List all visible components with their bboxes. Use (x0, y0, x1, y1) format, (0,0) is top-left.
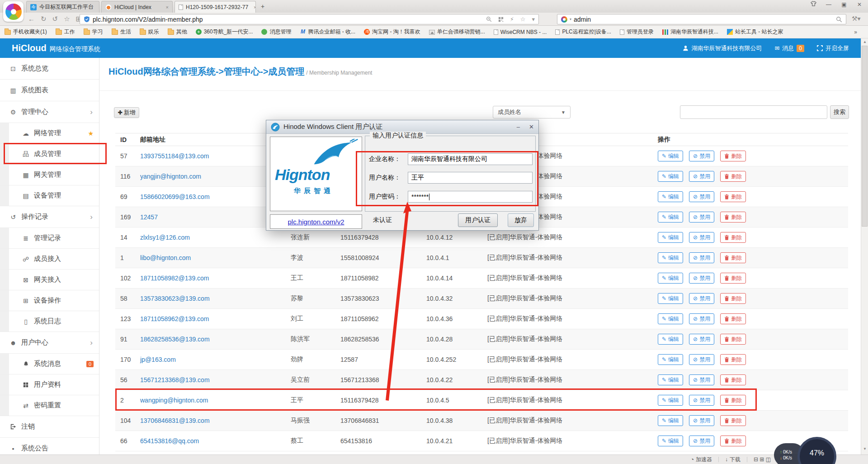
password-field[interactable]: ******* (408, 191, 533, 203)
statusbar-window-icons[interactable]: ⊟ ⊞ ◫ (754, 456, 771, 463)
delete-button[interactable]: 删除 (720, 395, 746, 406)
edit-button[interactable]: ✎编辑 (658, 313, 683, 324)
delete-button[interactable]: 删除 (720, 151, 746, 161)
edit-button[interactable]: ✎编辑 (658, 334, 683, 345)
bookmark-item[interactable]: 生活 (112, 28, 131, 36)
browser-logo[interactable] (3, 1, 24, 22)
email-link[interactable]: jp@163.com (140, 356, 176, 363)
email-link[interactable]: 13573830623@139.com (140, 295, 210, 302)
sidebar-item-system-logs[interactable]: ▯系统日志 (0, 311, 99, 332)
tab-close-icon[interactable]: × (96, 5, 99, 10)
disable-button[interactable]: ⊘禁用 (689, 354, 714, 365)
edit-button[interactable]: ✎编辑 (658, 415, 683, 426)
refresh-icon[interactable]: ↻ (41, 15, 47, 23)
bookmark-item[interactable]: 腾讯企业邮箱 - 收... (300, 28, 355, 36)
browser-tab-3[interactable]: H120-1509-1617-2932-77 × (175, 1, 256, 13)
disable-button[interactable]: ⊘禁用 (689, 395, 714, 406)
sidebar-item-user-profile[interactable]: 用户资料 (0, 374, 99, 395)
sidebar-item-system-messages[interactable]: 系统消息0 (0, 354, 99, 374)
delete-button[interactable]: 删除 (720, 252, 746, 263)
member-search-input[interactable] (680, 105, 827, 119)
sidebar-item-admin-records[interactable]: ≣管理记录 (0, 228, 99, 249)
delete-button[interactable]: 删除 (720, 191, 746, 202)
edit-button[interactable]: ✎编辑 (658, 252, 683, 263)
edit-button[interactable]: ✎编辑 (658, 273, 683, 284)
url-dropdown-icon[interactable]: ▾ (532, 16, 535, 23)
sidebar-item-admin-center[interactable]: ⚙管理中心› (0, 101, 99, 123)
sidebar-item-user-center[interactable]: ☻用户中心› (0, 332, 99, 354)
email-link[interactable]: 18711058962@139.com (140, 315, 209, 322)
edit-button[interactable]: ✎编辑 (658, 374, 683, 385)
delete-button[interactable]: 删除 (720, 415, 746, 426)
theme-skin-button[interactable] (807, 0, 819, 9)
dialog-minimize-button[interactable]: – (517, 123, 520, 130)
favorite-star-icon[interactable]: ☆ (64, 15, 70, 23)
sidebar-item-logout[interactable]: 注销 (0, 416, 99, 438)
bookmark-item[interactable]: 单仁合强移动营销... (429, 28, 485, 36)
bookmark-item[interactable]: 淘宝网 - 淘！我喜欢 (364, 28, 420, 36)
delete-button[interactable]: 删除 (720, 313, 746, 324)
sidebar-item-device-ops[interactable]: ⊞设备操作 (0, 290, 99, 311)
disable-button[interactable]: ⊘禁用 (689, 232, 714, 243)
sidebar-item-device-mgmt[interactable]: ▤设备管理 (0, 185, 99, 206)
portal-link[interactable]: plc.hignton.com/v2 (288, 218, 344, 226)
bookmark-item[interactable]: 其他 (168, 28, 187, 36)
header-messages[interactable]: ✉ 消息 0 (774, 44, 804, 52)
bookmark-item[interactable]: 站长工具 - 站长之家 (727, 28, 783, 36)
email-link[interactable]: 18711058982@139.com (140, 275, 209, 282)
disable-button[interactable]: ⊘禁用 (689, 252, 714, 263)
search-icon[interactable] (836, 16, 842, 23)
disable-button[interactable]: ⊘禁用 (689, 273, 714, 284)
bookmark-item[interactable]: 管理员登录 (620, 28, 654, 36)
new-tab-button[interactable]: + (259, 2, 267, 10)
sidebar-item-password-reset[interactable]: ⇄密码重置 (0, 395, 99, 416)
sidebar-item-network-mgmt[interactable]: ☁网络管理★ (0, 123, 99, 144)
disable-button[interactable]: ⊘禁用 (689, 293, 714, 304)
bookmark-item[interactable]: 360导航_新一代安... (196, 28, 253, 36)
edit-button[interactable]: ✎编辑 (658, 293, 683, 304)
browser-tab-1[interactable]: 今目标互联网工作平台 × (26, 1, 99, 13)
email-link[interactable]: 15866020699@163.com (140, 193, 210, 200)
lightning-icon[interactable]: ⚡ (510, 16, 514, 23)
browser-search-input[interactable] (574, 16, 834, 23)
scroll-down-icon[interactable]: ▼ (863, 447, 867, 451)
scrollbar-thumb[interactable] (862, 46, 868, 227)
sidebar-item-member-mgmt[interactable]: 品成员管理 (0, 144, 99, 165)
disable-button[interactable]: ⊘禁用 (689, 374, 714, 385)
edit-button[interactable]: ✎编辑 (658, 354, 683, 365)
email-link[interactable]: 654153816@qq.com (140, 437, 199, 445)
edit-button[interactable]: ✎编辑 (658, 436, 683, 446)
edit-button[interactable]: ✎编辑 (658, 171, 683, 182)
browser-search-box[interactable]: ▾ (557, 14, 846, 24)
delete-button[interactable]: 删除 (720, 212, 746, 223)
bookmarks-overflow-chevron[interactable]: » (854, 29, 863, 35)
sidebar-item-system-overview[interactable]: ⊡系统总览 (0, 58, 99, 80)
tab-close-icon[interactable]: × (251, 5, 256, 10)
bookmark-item[interactable]: WiseCRM NBS - ... (494, 29, 547, 35)
download-item[interactable]: ↓ 下载 (725, 456, 741, 464)
qr-code-icon[interactable] (498, 17, 504, 22)
email-link[interactable]: 18628258536@139.com (140, 336, 210, 343)
sidebar-item-member-access[interactable]: ☍成员接入 (0, 249, 99, 270)
email-link[interactable]: zlxlsy1@126.com (140, 234, 190, 241)
minimize-button[interactable]: — (823, 0, 835, 9)
disable-button[interactable]: ⊘禁用 (689, 151, 714, 161)
delete-button[interactable]: 删除 (720, 374, 746, 385)
close-button[interactable]: ✕ (854, 0, 865, 9)
bookmark-item[interactable]: 工作 (56, 28, 75, 36)
abandon-button[interactable]: 放弃 (508, 213, 534, 227)
email-link[interactable]: 15671213368@139.com (140, 376, 210, 384)
delete-button[interactable]: 删除 (720, 232, 746, 243)
disable-button[interactable]: ⊘禁用 (689, 313, 714, 324)
edit-button[interactable]: ✎编辑 (658, 191, 683, 202)
disable-button[interactable]: ⊘禁用 (689, 415, 714, 426)
sidebar-item-gateway-access[interactable]: ⊠网关接入 (0, 270, 99, 290)
delete-button[interactable]: 删除 (720, 436, 746, 446)
sidebar-item-system-charts[interactable]: ▥系统图表 (0, 80, 99, 101)
bookmark-item[interactable]: 消息管理 (261, 28, 291, 36)
email-link[interactable]: wangping@hignton.com (140, 397, 208, 404)
back-icon[interactable]: ← (28, 15, 35, 23)
bookmark-item[interactable]: PLC远程监控|设备... (555, 28, 611, 36)
delete-button[interactable]: 删除 (720, 334, 746, 345)
email-link[interactable]: libo@hignton.com (140, 254, 191, 261)
